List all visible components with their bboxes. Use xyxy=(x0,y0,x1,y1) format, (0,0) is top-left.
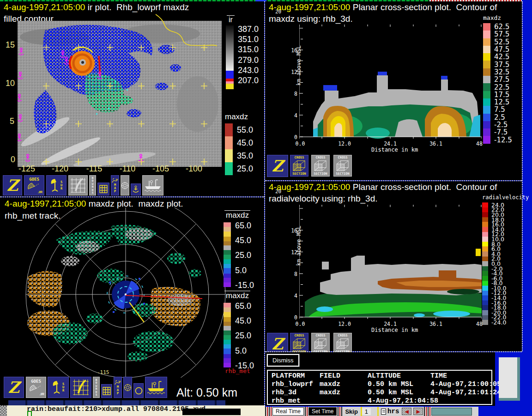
goes-ir-button[interactable]: GOES .IR xyxy=(24,175,44,196)
cross-section-maxdz-display[interactable] xyxy=(299,18,482,139)
skip-label: Skip xyxy=(345,408,357,415)
satellite-dish-icon xyxy=(29,384,43,392)
cross-section-button[interactable]: CROSS SECTION xyxy=(311,155,330,177)
x-tick: 24.1 xyxy=(384,321,397,327)
radar-colorbar-2-ticks: 65.045.025.05.0-15.0 xyxy=(235,303,263,367)
cross-section-radialvelocity-display[interactable] xyxy=(299,198,482,319)
x-tick: 12.0 xyxy=(338,321,351,327)
colorbar-swatch xyxy=(482,217,488,222)
colorbar-swatch xyxy=(482,212,488,217)
map-button[interactable]: M A P xyxy=(114,377,122,398)
colorbar-value: 32.5 xyxy=(494,68,509,76)
dismiss-button[interactable]: Dismiss xyxy=(267,354,299,367)
ir-maxdz-colorbar: maxdz 55.045.035.025.0 xyxy=(225,112,253,175)
colorbar-swatch xyxy=(482,271,488,276)
colorbar-row: 62.5 xyxy=(483,23,512,31)
colorbar-swatch xyxy=(483,68,490,76)
surveillance-radar-button[interactable]: S U R xyxy=(48,377,69,398)
app-window-right-border xyxy=(522,1,523,351)
cross-section-radialvelocity-panel: 4-aug-1997,21:05:00 Planar cross-section… xyxy=(265,181,522,351)
colorbar-row: 25.0 xyxy=(225,162,253,175)
wm-corner-grip[interactable] xyxy=(0,406,7,416)
satellite-ir-display[interactable] xyxy=(18,21,222,167)
zebra-logo-button[interactable]: Z xyxy=(267,155,288,177)
azimuth-wheel-button[interactable] xyxy=(121,175,129,196)
colorbar-row: 35.0 xyxy=(225,149,253,162)
step-back-button[interactable]: ◀ xyxy=(402,408,411,415)
radar-dish-icon xyxy=(50,178,60,192)
surveillance-radar-button[interactable]: S U R xyxy=(46,175,66,196)
colorbar-swatch xyxy=(482,295,488,300)
colorbar-swatch xyxy=(482,222,488,227)
zebra-logo-button[interactable]: Z xyxy=(3,175,22,196)
wheel-icon xyxy=(124,384,132,392)
ship-icon xyxy=(144,178,162,193)
colorbar-swatch xyxy=(483,83,490,91)
grid-radar-icon xyxy=(72,379,90,396)
map-button[interactable]: M A P xyxy=(111,175,119,196)
table-row: rhb_lowprf maxdz 0.50 km MSL 4-Aug-97,21… xyxy=(268,380,491,389)
colorbar-swatch xyxy=(482,281,488,286)
colorbar-swatch xyxy=(482,300,488,306)
set-time-button[interactable]: Set Time xyxy=(308,407,337,416)
grid-icon xyxy=(99,185,108,193)
colorbar-value: 17.5 xyxy=(494,91,509,99)
circle-button[interactable] xyxy=(133,383,144,398)
grid-button[interactable] xyxy=(97,183,109,196)
x-tick: 48 xyxy=(476,141,483,147)
colorbar-value: -12.5 xyxy=(494,136,512,144)
colorbar-tick: 207.0 xyxy=(238,75,259,85)
colorbar-value: 57.5 xyxy=(494,30,509,38)
y-tick: 0 xyxy=(294,314,297,321)
time-control-bar: Real Time Set Time Skip 1 hrs ◀ ▶ xyxy=(265,407,478,416)
colorbar-swatch xyxy=(482,227,488,232)
colorbar-swatch xyxy=(482,242,488,247)
colorbar-tick: 65.0 xyxy=(235,221,251,231)
colorbar-value: 12.5 xyxy=(494,98,509,106)
radar-grid-button[interactable] xyxy=(68,175,88,196)
colorbar-swatch xyxy=(482,291,488,296)
colorbar-row: 12.5 xyxy=(483,98,512,106)
colorbar-value: -24.0 xyxy=(491,319,506,326)
panel-divider-horizontal-right xyxy=(265,180,522,181)
colorbar-row: -2.5 xyxy=(483,121,512,128)
grid-icon xyxy=(103,387,111,395)
colorbar-swatch xyxy=(225,136,233,149)
terminal-titlebar[interactable] xyxy=(8,400,225,405)
colorbar-row: 27.5 xyxy=(483,76,512,83)
goes-ir-button[interactable]: GOES .IR xyxy=(26,377,46,398)
bounds-button[interactable]: B O U N D S xyxy=(89,175,96,196)
grid-button[interactable] xyxy=(101,384,112,398)
colorbar-row: 37.5 xyxy=(483,61,512,68)
colorbar-value: -2.5 xyxy=(494,121,508,129)
maxdz-cross-colorbar: maxdz 62.557.552.547.542.537.532.527.522… xyxy=(483,14,512,144)
colorbar-swatch xyxy=(482,251,488,257)
bounds-button[interactable]: B O U N D S xyxy=(93,377,100,398)
x-tick: 36.1 xyxy=(429,141,442,147)
colorbar-value: 52.5 xyxy=(494,38,509,46)
ir-x-tick: -110 xyxy=(120,164,136,174)
radar-colorbar-1: maxdz 65.045.025.05.0-15.0 xyxy=(224,210,263,293)
ir-plot-panel: 4-aug-1997,21:05:00 ir plot. Rhb_lowprf … xyxy=(0,1,264,196)
ship-button[interactable] xyxy=(145,377,167,398)
buoy-button[interactable] xyxy=(131,184,141,196)
skip-value-field[interactable]: 1 xyxy=(362,408,371,415)
ir-y-tick: 10 xyxy=(6,79,15,88)
real-time-button[interactable]: Real Time xyxy=(272,407,304,416)
ship-button[interactable] xyxy=(142,175,163,196)
cross-section-button-active[interactable]: CROSS SECTION xyxy=(290,155,308,177)
step-forward-button[interactable]: ▶ xyxy=(413,408,423,415)
x-tick: 24.1 xyxy=(384,141,397,147)
colorbar-swatch xyxy=(482,305,488,310)
colorbar-swatch xyxy=(482,320,488,325)
popup-window[interactable] xyxy=(499,357,520,401)
colorbar-row: -12.5 xyxy=(483,136,512,143)
zebra-logo-button[interactable]: Z xyxy=(4,377,24,398)
colorbar-swatch xyxy=(482,261,488,266)
colorbar-value: 2.5 xyxy=(494,113,505,122)
x-tick: 12.0 xyxy=(338,141,351,147)
radar-grid-button[interactable] xyxy=(70,377,91,398)
colorbar-tick: 5.0 xyxy=(235,265,247,275)
azimuth-wheel-button[interactable] xyxy=(123,377,132,398)
cross-section-button[interactable]: CROSS SECTION xyxy=(333,155,352,177)
